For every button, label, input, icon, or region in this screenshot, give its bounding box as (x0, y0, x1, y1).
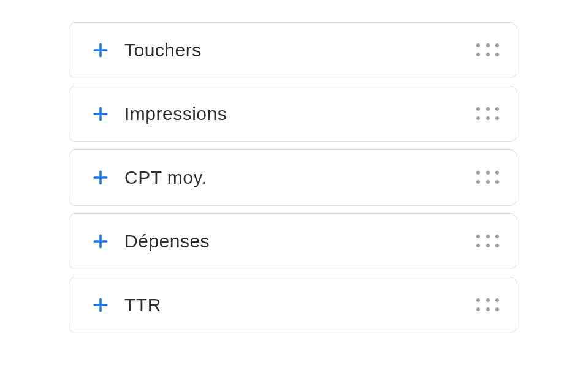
metric-label: TTR (124, 295, 476, 315)
metric-label: Touchers (124, 40, 476, 61)
metric-row-cpt-moy[interactable]: CPT moy. (69, 149, 517, 206)
metric-row-impressions[interactable]: Impressions (69, 86, 517, 142)
plus-icon[interactable] (90, 42, 111, 58)
plus-icon[interactable] (90, 233, 111, 249)
metric-row-touchers[interactable]: Touchers (69, 22, 517, 78)
drag-handle-icon[interactable] (476, 235, 500, 248)
metric-label: Dépenses (124, 231, 476, 252)
plus-icon[interactable] (90, 170, 111, 186)
metrics-list: Touchers Impressions CPT moy. Dépenses (69, 22, 517, 333)
plus-icon[interactable] (90, 106, 111, 122)
metric-row-depenses[interactable]: Dépenses (69, 213, 517, 270)
metric-row-ttr[interactable]: TTR (69, 277, 517, 333)
plus-icon[interactable] (90, 297, 111, 313)
drag-handle-icon[interactable] (476, 171, 500, 184)
metric-label: CPT moy. (124, 167, 476, 188)
metric-label: Impressions (124, 104, 476, 124)
drag-handle-icon[interactable] (476, 298, 500, 312)
drag-handle-icon[interactable] (476, 107, 500, 121)
drag-handle-icon[interactable] (476, 43, 500, 57)
